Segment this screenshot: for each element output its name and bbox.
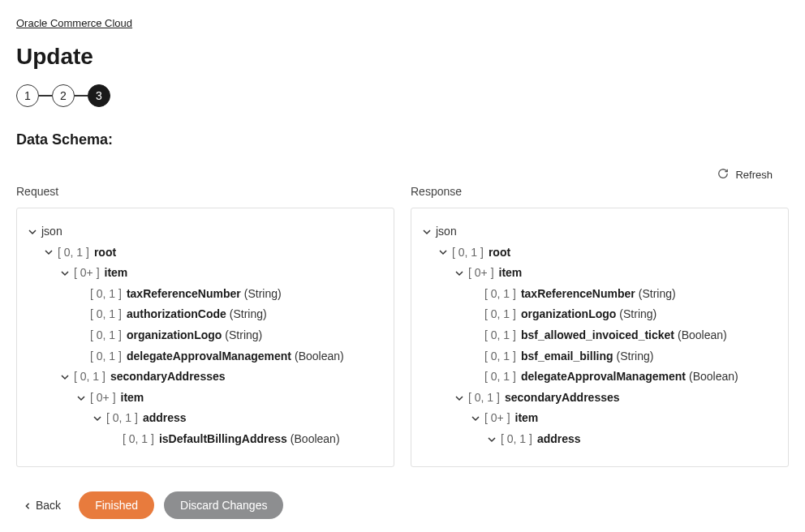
field-name: bsf_email_billing xyxy=(521,349,613,365)
refresh-button[interactable]: Refresh xyxy=(717,168,773,182)
node-address: address xyxy=(537,431,581,448)
breadcrumb-link[interactable]: Oracle Commerce Cloud xyxy=(16,17,132,29)
node-root: root xyxy=(489,245,510,261)
node-item: item xyxy=(499,265,523,281)
cardinality: [ 0, 1 ] xyxy=(123,431,154,448)
step-connector xyxy=(39,95,52,97)
field-name: isDefaultBillingAddress xyxy=(159,431,287,448)
discard-button[interactable]: Discard Changes xyxy=(164,491,283,519)
cardinality: [ 0, 1 ] xyxy=(90,349,122,365)
page-title: Update xyxy=(16,44,789,70)
field-type: (String) xyxy=(639,286,676,302)
field-type: (String) xyxy=(617,349,654,365)
node-item: item xyxy=(105,265,128,281)
cardinality: [ 0, 1 ] xyxy=(484,328,516,344)
chevron-down-icon[interactable] xyxy=(436,245,450,260)
field-type: (String) xyxy=(230,307,267,323)
cardinality: [ 0, 1 ] xyxy=(501,431,532,448)
chevron-down-icon[interactable] xyxy=(452,266,467,281)
chevron-down-icon[interactable] xyxy=(452,391,467,405)
cardinality: [ 0+ ] xyxy=(468,265,494,281)
cardinality: [ 0+ ] xyxy=(90,390,116,406)
node-root: root xyxy=(94,245,116,261)
chevron-down-icon[interactable] xyxy=(74,391,88,405)
cardinality: [ 0, 1 ] xyxy=(90,307,122,323)
footer-buttons: Back Finished Discard Changes xyxy=(16,491,789,519)
request-column: Request json [ 0, 1 ] root xyxy=(16,185,394,467)
node-address: address xyxy=(143,410,187,427)
cardinality: [ 0, 1 ] xyxy=(468,390,500,406)
cardinality: [ 0, 1 ] xyxy=(90,286,122,302)
cardinality: [ 0+ ] xyxy=(74,265,100,281)
step-1[interactable]: 1 xyxy=(16,84,39,107)
node-item: item xyxy=(121,390,144,406)
cardinality: [ 0, 1 ] xyxy=(90,328,122,344)
chevron-down-icon[interactable] xyxy=(41,245,56,260)
step-3[interactable]: 3 xyxy=(88,84,110,107)
node-json: json xyxy=(41,224,62,240)
field-type: (Boolean) xyxy=(291,431,340,448)
step-connector xyxy=(75,95,88,97)
request-header: Request xyxy=(16,185,394,198)
chevron-down-icon[interactable] xyxy=(90,411,105,426)
field-name: organizationLogo xyxy=(521,307,616,323)
field-type: (String) xyxy=(244,286,282,302)
back-button[interactable]: Back xyxy=(16,494,69,517)
chevron-left-icon xyxy=(24,499,31,512)
field-type: (Boolean) xyxy=(295,349,344,365)
finished-button[interactable]: Finished xyxy=(79,491,154,519)
field-name: delegateApprovalManagement xyxy=(127,349,291,365)
node-secondary-addresses: secondaryAddresses xyxy=(110,369,226,385)
chevron-down-icon[interactable] xyxy=(484,432,499,447)
chevron-down-icon[interactable] xyxy=(58,370,72,384)
field-type: (String) xyxy=(225,328,262,344)
field-name: taxReferenceNumber xyxy=(521,286,635,302)
refresh-label: Refresh xyxy=(735,169,773,181)
cardinality: [ 0, 1 ] xyxy=(106,410,138,427)
request-schema-panel: json [ 0, 1 ] root [ xyxy=(16,208,394,467)
cardinality: [ 0, 1 ] xyxy=(484,286,516,302)
step-2[interactable]: 2 xyxy=(52,84,75,107)
chevron-down-icon[interactable] xyxy=(25,225,40,239)
node-item: item xyxy=(515,410,539,427)
cardinality: [ 0+ ] xyxy=(484,410,510,427)
field-type: (Boolean) xyxy=(678,328,727,344)
response-header: Response xyxy=(411,185,789,198)
chevron-down-icon[interactable] xyxy=(420,225,434,239)
refresh-icon xyxy=(717,168,729,182)
field-name: organizationLogo xyxy=(127,328,222,344)
field-name: bsf_allowed_invoiced_ticket xyxy=(521,328,674,344)
cardinality: [ 0, 1 ] xyxy=(74,369,105,385)
response-column: Response json [ 0, 1 ] root xyxy=(411,185,789,467)
chevron-down-icon[interactable] xyxy=(468,411,483,426)
field-name: delegateApprovalManagement xyxy=(521,369,686,385)
cardinality: [ 0, 1 ] xyxy=(484,307,516,323)
chevron-down-icon[interactable] xyxy=(58,266,72,281)
stepper: 1 2 3 xyxy=(16,84,789,107)
field-type: (Boolean) xyxy=(689,369,738,385)
node-json: json xyxy=(436,224,457,240)
field-name: taxReferenceNumber xyxy=(127,286,241,302)
response-schema-panel: json [ 0, 1 ] root [ xyxy=(411,208,789,467)
cardinality: [ 0, 1 ] xyxy=(484,369,516,385)
cardinality: [ 0, 1 ] xyxy=(452,245,484,261)
node-secondary-addresses: secondaryAddresses xyxy=(505,390,620,406)
field-name: authorizationCode xyxy=(127,307,226,323)
cardinality: [ 0, 1 ] xyxy=(484,349,516,365)
cardinality: [ 0, 1 ] xyxy=(58,245,89,261)
back-label: Back xyxy=(36,499,61,512)
field-type: (String) xyxy=(619,307,656,323)
section-title: Data Schema: xyxy=(16,131,789,148)
